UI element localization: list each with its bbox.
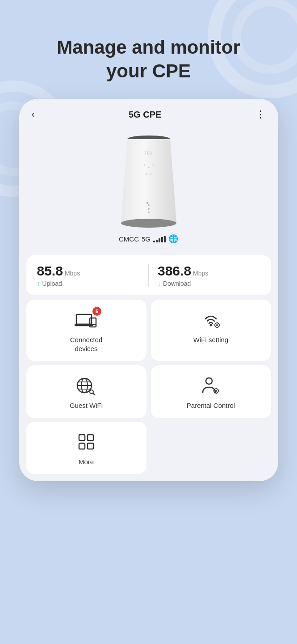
svg-point-16 bbox=[210, 324, 212, 326]
page-title: 5G CPE bbox=[129, 110, 161, 120]
operator-label: CMCC bbox=[119, 235, 139, 243]
upload-value: 85.8 Mbps bbox=[37, 263, 140, 279]
bottom-row: More bbox=[26, 422, 271, 475]
phone-shell: ‹ 5G CPE ⋮ bbox=[19, 99, 278, 481]
guest-wifi-icon bbox=[75, 376, 98, 395]
signal-strength-icon bbox=[153, 235, 166, 242]
upload-speed: 85.8 Mbps ↑ Upload bbox=[37, 263, 140, 287]
svg-rect-35 bbox=[213, 390, 214, 391]
wifi-setting-label: WiFi setting bbox=[193, 335, 228, 344]
svg-point-18 bbox=[216, 324, 218, 326]
speed-card: 85.8 Mbps ↑ Upload 386.8 Mbps ↓ Download bbox=[26, 255, 271, 295]
more-icon-wrap bbox=[75, 432, 98, 452]
download-speed: 386.8 Mbps ↓ Download bbox=[158, 263, 260, 287]
back-button[interactable]: ‹ bbox=[32, 109, 35, 120]
svg-rect-37 bbox=[79, 435, 85, 441]
svg-point-2 bbox=[148, 167, 149, 168]
more-card[interactable]: More bbox=[26, 422, 146, 475]
speed-divider bbox=[148, 264, 149, 287]
svg-point-9 bbox=[148, 212, 150, 213]
svg-text:TCL: TCL bbox=[144, 151, 153, 156]
svg-rect-36 bbox=[218, 390, 219, 391]
svg-rect-22 bbox=[219, 325, 220, 326]
upload-unit: Mbps bbox=[65, 270, 80, 277]
svg-rect-34 bbox=[216, 393, 217, 394]
more-label: More bbox=[79, 458, 94, 466]
parental-control-card[interactable]: Parental Control bbox=[151, 365, 271, 418]
phone-header: ‹ 5G CPE ⋮ bbox=[19, 99, 278, 125]
svg-point-30 bbox=[206, 378, 212, 384]
wifi-setting-icon-wrap bbox=[199, 309, 222, 330]
download-label: ↓ Download bbox=[158, 280, 260, 287]
router-image-area: TCL CMCC 5G 🌐 bbox=[19, 125, 278, 251]
parental-control-icon bbox=[199, 376, 222, 395]
svg-point-3 bbox=[152, 165, 154, 166]
svg-rect-20 bbox=[217, 327, 218, 328]
network-type-label: 5G bbox=[142, 235, 151, 243]
svg-point-6 bbox=[146, 202, 148, 204]
globe-icon: 🌐 bbox=[168, 234, 178, 244]
grid-icon bbox=[76, 432, 96, 452]
svg-rect-40 bbox=[88, 443, 93, 449]
connected-devices-label: Connecteddevices bbox=[70, 335, 103, 353]
svg-rect-39 bbox=[79, 443, 85, 449]
svg-line-29 bbox=[93, 393, 95, 395]
svg-point-5 bbox=[150, 174, 151, 175]
guest-wifi-card[interactable]: Guest WiFi bbox=[26, 365, 146, 418]
upload-arrow-icon: ↑ bbox=[37, 280, 40, 287]
connected-devices-badge: 6 bbox=[92, 307, 101, 316]
router-image: TCL bbox=[104, 129, 193, 232]
connected-devices-card[interactable]: 6 Connecteddevices bbox=[26, 300, 146, 361]
download-arrow-icon: ↓ bbox=[158, 280, 161, 287]
svg-point-8 bbox=[148, 208, 150, 210]
parental-control-icon-wrap bbox=[199, 375, 222, 396]
svg-point-1 bbox=[143, 165, 145, 166]
svg-rect-21 bbox=[214, 325, 215, 326]
feature-grid: 6 Connecteddevices bbox=[26, 300, 271, 418]
svg-rect-38 bbox=[88, 435, 93, 441]
download-unit: Mbps bbox=[193, 270, 208, 277]
svg-point-32 bbox=[215, 390, 217, 392]
svg-point-4 bbox=[146, 174, 147, 175]
connected-devices-icon-wrap: 6 bbox=[75, 309, 98, 330]
upload-label: ↑ Upload bbox=[37, 280, 140, 287]
svg-point-7 bbox=[148, 204, 150, 206]
router-status: CMCC 5G 🌐 bbox=[119, 234, 178, 244]
svg-point-10 bbox=[121, 219, 176, 228]
wifi-setting-icon bbox=[199, 310, 222, 330]
guest-wifi-icon-wrap bbox=[75, 375, 98, 396]
svg-rect-19 bbox=[217, 322, 218, 323]
download-value: 386.8 Mbps bbox=[158, 263, 260, 279]
svg-rect-33 bbox=[216, 388, 217, 389]
hero-title: Manage and monitor your CPE bbox=[39, 36, 258, 83]
more-menu-button[interactable]: ⋮ bbox=[255, 109, 266, 120]
wifi-setting-card[interactable]: WiFi setting bbox=[151, 300, 271, 361]
guest-wifi-label: Guest WiFi bbox=[70, 401, 103, 410]
parental-control-label: Parental Control bbox=[187, 401, 235, 410]
